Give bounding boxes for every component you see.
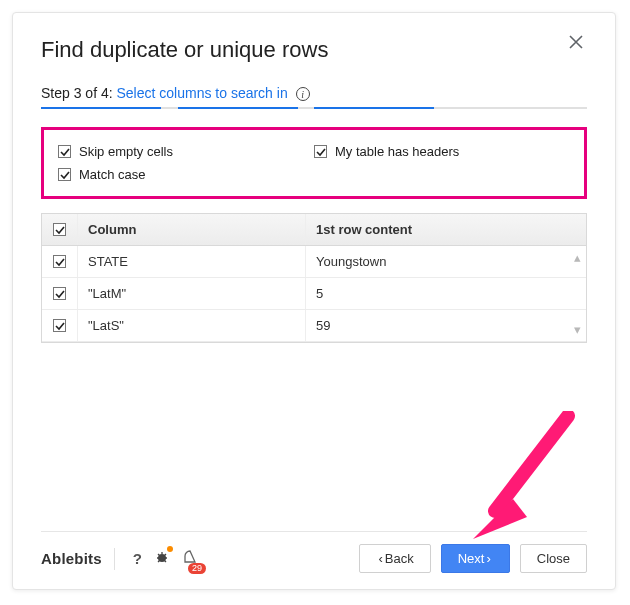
header-column[interactable]: Column bbox=[78, 214, 306, 245]
option-label: Match case bbox=[79, 167, 145, 182]
step-link[interactable]: Select columns to search in bbox=[117, 85, 288, 101]
option-label: My table has headers bbox=[335, 144, 459, 159]
progress-bar bbox=[41, 107, 587, 109]
checkbox-icon bbox=[58, 145, 71, 158]
row-first-content: 5 bbox=[306, 278, 586, 309]
scroll-up-icon[interactable]: ▴ bbox=[574, 250, 582, 265]
notifications-icon[interactable]: 29 bbox=[182, 549, 198, 569]
button-label: Back bbox=[385, 551, 414, 566]
close-icon[interactable] bbox=[569, 35, 589, 55]
chevron-left-icon: ‹ bbox=[378, 551, 382, 566]
footer-buttons: ‹ Back Next › Close bbox=[359, 544, 587, 573]
button-label: Close bbox=[537, 551, 570, 566]
back-button[interactable]: ‹ Back bbox=[359, 544, 430, 573]
row-first-content: Youngstown▴ bbox=[306, 246, 586, 277]
columns-table: Column 1st row content STATEYoungstown▴"… bbox=[41, 213, 587, 343]
dialog-footer: Ablebits ? 29 ‹ Back Next › Close bbox=[41, 531, 587, 573]
help-icon[interactable]: ? bbox=[133, 550, 142, 568]
row-first-content: 59▾ bbox=[306, 310, 586, 341]
dialog-title: Find duplicate or unique rows bbox=[41, 37, 587, 63]
chevron-right-icon: › bbox=[486, 551, 490, 566]
row-checkbox[interactable] bbox=[42, 278, 78, 309]
step-prefix: Step 3 of 4: bbox=[41, 85, 117, 101]
table-header: Column 1st row content bbox=[42, 214, 586, 246]
option-match-case[interactable]: Match case bbox=[58, 163, 314, 186]
step-indicator: Step 3 of 4: Select columns to search in… bbox=[41, 85, 587, 101]
row-column-name: STATE bbox=[78, 246, 306, 277]
option-skip-empty[interactable]: Skip empty cells bbox=[58, 140, 314, 163]
option-label: Skip empty cells bbox=[79, 144, 173, 159]
search-options: Skip empty cells My table has headers Ma… bbox=[41, 127, 587, 199]
row-column-name: "LatS" bbox=[78, 310, 306, 341]
notification-badge: 29 bbox=[188, 563, 206, 574]
checkbox-icon bbox=[314, 145, 327, 158]
button-label: Next bbox=[458, 551, 485, 566]
row-checkbox[interactable] bbox=[42, 246, 78, 277]
option-has-headers[interactable]: My table has headers bbox=[314, 140, 570, 163]
divider bbox=[114, 548, 115, 570]
next-button[interactable]: Next › bbox=[441, 544, 510, 573]
table-row[interactable]: STATEYoungstown▴ bbox=[42, 246, 586, 278]
table-row[interactable]: "LatM"5 bbox=[42, 278, 586, 310]
select-all-checkbox[interactable] bbox=[42, 214, 78, 245]
header-content[interactable]: 1st row content bbox=[306, 214, 586, 245]
table-row[interactable]: "LatS"59▾ bbox=[42, 310, 586, 342]
close-button[interactable]: Close bbox=[520, 544, 587, 573]
bug-icon[interactable] bbox=[154, 549, 170, 569]
row-checkbox[interactable] bbox=[42, 310, 78, 341]
info-icon[interactable]: i bbox=[296, 87, 310, 101]
brand-label: Ablebits bbox=[41, 550, 102, 567]
dialog: Find duplicate or unique rows Step 3 of … bbox=[12, 12, 616, 590]
scroll-down-icon[interactable]: ▾ bbox=[574, 322, 582, 337]
checkbox-icon bbox=[58, 168, 71, 181]
row-column-name: "LatM" bbox=[78, 278, 306, 309]
